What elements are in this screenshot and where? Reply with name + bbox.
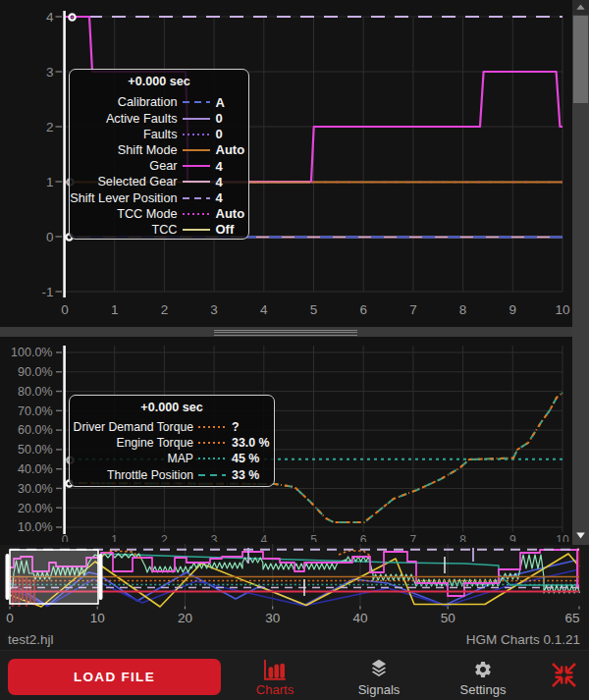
svg-text:7: 7 (409, 302, 417, 317)
svg-text:6: 6 (360, 533, 367, 542)
svg-text:-1: -1 (41, 285, 53, 299)
svg-text:3: 3 (46, 65, 54, 80)
svg-text:100.0%: 100.0% (11, 346, 52, 359)
svg-text:4: 4 (46, 10, 54, 25)
svg-text:90.0%: 90.0% (18, 365, 52, 379)
svg-text:10: 10 (556, 533, 569, 542)
svg-text:9: 9 (509, 302, 517, 317)
svg-text:10: 10 (555, 302, 569, 317)
svg-text:0: 0 (46, 230, 54, 244)
svg-text:60.0%: 60.0% (18, 423, 52, 437)
svg-text:6: 6 (359, 302, 367, 317)
svg-text:3: 3 (210, 302, 218, 317)
svg-text:80.0%: 80.0% (18, 385, 52, 399)
svg-text:10.0%: 10.0% (18, 520, 52, 534)
svg-text:8: 8 (459, 533, 466, 542)
svg-text:1: 1 (111, 302, 119, 317)
svg-text:5: 5 (310, 533, 317, 542)
svg-text:5: 5 (310, 302, 318, 317)
svg-text:2: 2 (161, 533, 168, 542)
svg-text:8: 8 (459, 302, 467, 317)
svg-text:20.0%: 20.0% (18, 502, 52, 515)
svg-text:70.0%: 70.0% (18, 404, 52, 418)
svg-text:7: 7 (410, 533, 417, 542)
svg-text:30.0%: 30.0% (18, 482, 52, 496)
svg-text:4: 4 (260, 533, 267, 542)
svg-text:1: 1 (111, 533, 118, 542)
svg-text:9: 9 (509, 533, 516, 542)
svg-text:40.0%: 40.0% (18, 462, 52, 476)
svg-text:3: 3 (211, 533, 218, 542)
svg-text:0: 0 (61, 302, 69, 317)
svg-text:2: 2 (46, 120, 54, 135)
svg-text:4: 4 (260, 302, 268, 317)
svg-text:2: 2 (161, 302, 169, 317)
svg-text:1: 1 (46, 175, 54, 189)
svg-text:50.0%: 50.0% (18, 443, 52, 457)
